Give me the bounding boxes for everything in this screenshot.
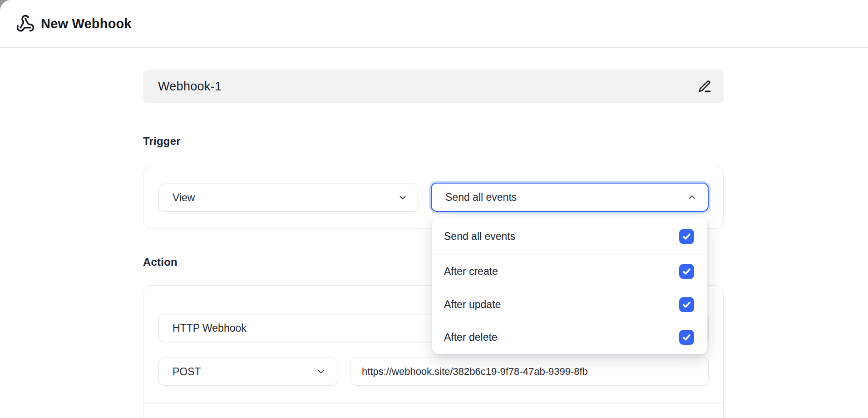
edit-name-button[interactable] — [695, 77, 714, 95]
checkbox-after-update[interactable] — [679, 297, 694, 312]
action-card-divider — [143, 403, 723, 403]
check-icon — [682, 267, 691, 276]
modal-header: New Webhook — [0, 0, 868, 48]
chevron-down-icon — [316, 367, 326, 377]
http-method-select[interactable]: POST — [158, 358, 337, 386]
trigger-section-heading: Trigger — [143, 135, 181, 148]
trigger-events-select[interactable]: Send all events — [431, 183, 709, 212]
chevron-up-icon — [687, 192, 697, 202]
check-icon — [682, 300, 691, 309]
menu-item-label: After delete — [444, 331, 498, 343]
check-icon — [682, 232, 691, 241]
check-icon — [682, 333, 691, 342]
menu-item-after-delete[interactable]: After delete — [432, 321, 707, 354]
action-section-heading: Action — [143, 256, 178, 269]
webhook-name-value: Webhook-1 — [158, 80, 222, 94]
trigger-source-select[interactable]: View — [158, 184, 419, 212]
action-type-value: HTTP Webhook — [173, 322, 247, 334]
menu-item-after-create[interactable]: After create — [432, 255, 707, 289]
chevron-down-icon — [398, 193, 408, 203]
checkbox-after-delete[interactable] — [679, 330, 694, 345]
menu-item-send-all-events[interactable]: Send all events — [432, 218, 707, 254]
menu-item-label: Send all events — [444, 230, 515, 243]
page-title: New Webhook — [41, 16, 132, 31]
webhook-name-bar[interactable]: Webhook-1 — [143, 70, 724, 103]
menu-item-after-update[interactable]: After update — [432, 288, 707, 321]
http-method-value: POST — [173, 366, 201, 378]
webhook-icon — [15, 14, 35, 34]
trigger-source-value: View — [173, 192, 195, 204]
menu-item-label: After update — [444, 299, 501, 311]
new-webhook-modal: New Webhook Webhook-1 Trigger View Send … — [0, 0, 868, 418]
pencil-icon — [698, 80, 712, 94]
trigger-events-value: Send all events — [445, 191, 517, 204]
checkbox-after-create[interactable] — [679, 264, 694, 279]
events-dropdown-menu: Send all events After create After updat… — [432, 218, 707, 354]
menu-item-label: After create — [444, 265, 498, 278]
webhook-url-input[interactable] — [350, 358, 709, 386]
checkbox-send-all-events[interactable] — [679, 229, 694, 244]
